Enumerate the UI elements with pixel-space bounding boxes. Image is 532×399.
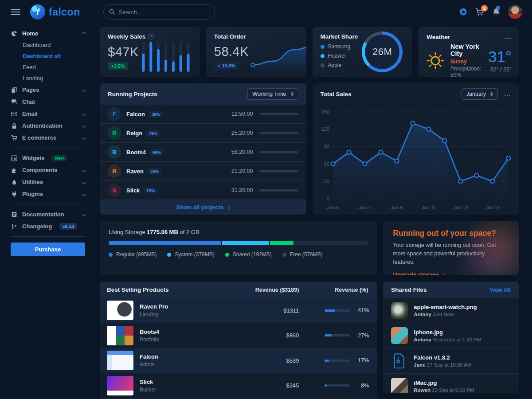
total-sales-card: Total Sales January ... 1501209060300Jan…: [313, 83, 519, 215]
sidebar-item-landing[interactable]: Landing: [11, 73, 85, 84]
sidebar-item-components[interactable]: Components: [11, 164, 85, 176]
revenue-progress-bar: [325, 309, 350, 312]
sidebar-item-widgets[interactable]: WidgetsNew: [11, 152, 85, 164]
sidebar-item-plugins[interactable]: Plugins: [11, 188, 85, 200]
search-box: [103, 4, 215, 20]
sidebar-item-dashboard-alt[interactable]: Dashboard alt: [11, 51, 85, 62]
weather-menu[interactable]: ...: [505, 33, 512, 40]
product-category[interactable]: Landing: [140, 311, 168, 317]
legend-dot: [321, 63, 325, 67]
hamburger-menu-icon[interactable]: [11, 9, 20, 15]
project-percent-badge: 90%: [149, 149, 164, 156]
project-progress-bar: [259, 170, 298, 172]
project-row-slick: S Slick 70% 31:20:00: [100, 181, 306, 200]
project-name[interactable]: Falcon: [126, 111, 145, 117]
legend-item-samsung: Samsung: [321, 43, 351, 50]
shared-file-imac-jpg: iMac.jpg Rowen 23 Sep at 6:10 PM: [383, 374, 519, 393]
falcon-logo-icon: [30, 4, 45, 20]
file-meta: Jane 27 Sep at 10:30 AM: [414, 362, 471, 368]
product-thumbnail: [107, 301, 133, 320]
sidebar-item-utilities[interactable]: Utilities: [11, 176, 85, 188]
view-all-link[interactable]: View All: [490, 287, 511, 293]
sidebar-item-chat[interactable]: Chat: [11, 96, 85, 108]
project-percent-badge: 40%: [147, 168, 162, 175]
chevron-down-icon: [82, 124, 86, 127]
falcon-logo[interactable]: falcon: [30, 4, 80, 20]
weather-card: Weather ... New York City Sunny Precipit…: [419, 27, 519, 77]
file-name[interactable]: iMac.jpg: [414, 379, 474, 386]
project-time: 58:20:00: [231, 149, 253, 155]
sidebar-item-e-commerce[interactable]: E commerce: [11, 132, 85, 144]
sidebar-item-changelog[interactable]: Changelogv2.4.1: [11, 220, 85, 232]
running-projects-list: F Falcon 38% 12:50:00 R Reign 79% 25:20:…: [100, 105, 306, 200]
total-sales-menu[interactable]: ...: [504, 90, 511, 98]
upgrade-storage-link[interactable]: Upgrade storage: [393, 271, 445, 275]
legend-dot: [167, 253, 171, 257]
product-revenue: $1311: [244, 307, 310, 314]
file-name[interactable]: apple-smart-watch.png: [414, 304, 477, 310]
best-selling-card: Best Selling Products Revenue ($3189) Re…: [100, 282, 377, 399]
product-category[interactable]: Portfolio: [140, 336, 159, 343]
storage-progress-bar: [109, 241, 368, 245]
sidebar-item-pages[interactable]: Pages: [11, 84, 85, 96]
project-avatar: F: [108, 107, 121, 121]
sidebar-item-email[interactable]: Email: [11, 108, 85, 120]
project-name[interactable]: Slick: [126, 187, 140, 194]
product-name[interactable]: Falcon: [140, 353, 158, 360]
purchase-button[interactable]: Purchase: [11, 243, 85, 256]
weather-city: New York City: [450, 43, 483, 57]
navbar-actions: 1: [459, 5, 522, 19]
storage-legend-system-379mb-: System (379MB): [167, 251, 214, 258]
user-avatar[interactable]: [508, 5, 522, 19]
plugins-icon: [11, 191, 18, 197]
project-row-falcon: F Falcon 38% 12:50:00: [100, 105, 306, 124]
project-time: 12:50:00: [231, 111, 253, 117]
weekly-sales-value: $47K: [108, 45, 139, 59]
svg-text:Jan 15: Jan 15: [485, 205, 500, 210]
sidebar-item-dashboard[interactable]: Dashboard: [11, 39, 85, 51]
project-avatar: S: [108, 184, 121, 197]
weekly-sales-card: Weekly Sales ? $47K +3.5%: [100, 27, 200, 77]
sidebar-item-feed[interactable]: Feed: [11, 62, 85, 73]
pages-icon: [11, 87, 18, 93]
product-name[interactable]: Slick: [140, 379, 156, 385]
help-icon[interactable]: ?: [148, 34, 154, 39]
month-select[interactable]: January: [462, 88, 498, 100]
product-name[interactable]: Boots4: [140, 329, 159, 335]
project-progress-bar: [259, 132, 298, 134]
file-meta: Antony Yesterday at 1:30 PM: [414, 337, 481, 342]
show-all-projects[interactable]: Show all projects: [100, 200, 306, 215]
cart-icon[interactable]: 1: [475, 8, 485, 16]
running-projects-card: Running Projects Working Time F Falcon 3…: [100, 83, 306, 215]
documentation-icon: [11, 211, 18, 218]
file-name[interactable]: Falcon v1.8.2: [414, 354, 471, 361]
product-name[interactable]: Raven Pro: [140, 303, 168, 310]
project-name[interactable]: Raven: [126, 168, 144, 175]
total-order-title: Total Order: [214, 33, 246, 40]
working-time-select[interactable]: Working Time: [247, 88, 298, 100]
search-icon: [109, 9, 115, 15]
falcon-logo-text: falcon: [49, 6, 80, 18]
file-thumbnail: [391, 352, 408, 369]
notifications-bell-icon[interactable]: [492, 8, 501, 16]
project-avatar: R: [108, 126, 121, 140]
revenue-progress-bar: [325, 334, 350, 336]
widgets-icon: [11, 155, 18, 161]
settings-gear-icon[interactable]: [459, 8, 468, 16]
sidebar-item-documentation[interactable]: Documentation: [11, 208, 85, 220]
sidebar-item-authentication[interactable]: Authentication: [11, 120, 85, 132]
project-row-boots4: B Boots4 90% 58:20:00: [100, 143, 306, 162]
file-name[interactable]: iphone.jpg: [414, 329, 481, 336]
market-share-center-value: 26M: [372, 46, 392, 58]
chevron-down-icon: [82, 212, 86, 216]
sidebar-item-home[interactable]: Home: [11, 27, 85, 39]
project-time: 21:20:00: [231, 168, 253, 174]
project-name[interactable]: Reign: [126, 130, 142, 137]
product-row-raven-pro: Raven Pro Landing $1311 41%: [100, 298, 377, 323]
product-category[interactable]: Admin: [140, 361, 158, 368]
search-input[interactable]: [103, 4, 215, 20]
project-name[interactable]: Boots4: [126, 149, 146, 156]
svg-text:30: 30: [324, 179, 329, 184]
total-order-value: 58.4K: [214, 44, 249, 59]
product-category[interactable]: Builder: [140, 387, 156, 393]
